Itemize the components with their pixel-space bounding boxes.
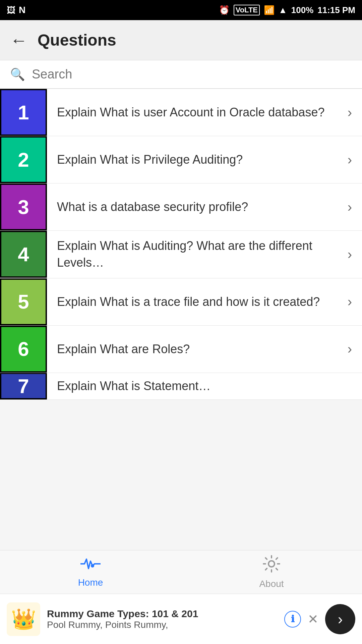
chevron-right-icon: ›: [348, 341, 362, 357]
svg-point-0: [91, 564, 94, 568]
question-text: What is a database security profile?: [47, 192, 348, 222]
question-text: Explain What is a trace file and how is …: [47, 287, 348, 317]
search-input[interactable]: [32, 67, 352, 82]
ad-line2: Pool Rummy, Points Rummy,: [47, 620, 278, 630]
volte-label: VoLTE: [234, 5, 260, 15]
page-title: Questions: [38, 31, 116, 49]
question-number-box: 3: [0, 183, 47, 230]
time-label: 11:15 PM: [317, 5, 355, 15]
signal-icon: ▲: [279, 5, 287, 15]
question-number-box: 2: [0, 136, 47, 183]
question-item[interactable]: 3What is a database security profile?›: [0, 183, 362, 231]
ad-close-button[interactable]: ✕: [308, 612, 318, 627]
app-bar: ← Questions: [0, 20, 362, 60]
question-number-box: 5: [0, 278, 47, 325]
gear-icon: [263, 555, 280, 576]
ad-next-button[interactable]: ›: [325, 604, 355, 634]
nav-home[interactable]: Home: [0, 556, 181, 588]
question-item[interactable]: 1Explain What is user Account in Oracle …: [0, 89, 362, 136]
ad-line1: Rummy Game Types: 101 & 201: [47, 608, 278, 620]
svg-point-1: [268, 561, 275, 567]
chevron-right-icon: ›: [348, 200, 362, 215]
home-pulse-icon: [80, 556, 101, 575]
alarm-icon: ⏰: [219, 5, 230, 15]
question-text: Explain What are Roles?: [47, 334, 348, 364]
ad-info-button[interactable]: ℹ: [284, 611, 301, 628]
ad-controls: ℹ ✕ ›: [284, 604, 355, 634]
about-label: About: [259, 579, 284, 589]
home-label: Home: [78, 577, 103, 588]
status-right-icons: ⏰ VoLTE 📶 ▲ 100% 11:15 PM: [219, 5, 355, 15]
notification-icon: N: [19, 5, 25, 15]
search-bar: 🔍: [0, 60, 362, 89]
chevron-right-icon: ›: [348, 105, 362, 120]
ad-banner: 👑 Rummy Game Types: 101 & 201 Pool Rummy…: [0, 594, 362, 644]
back-button[interactable]: ←: [10, 32, 27, 49]
status-left-icons: 🖼 N: [7, 5, 25, 15]
status-bar: 🖼 N ⏰ VoLTE 📶 ▲ 100% 11:15 PM: [0, 0, 362, 20]
question-number-box: 1: [0, 89, 47, 136]
wifi-icon: 📶: [264, 5, 275, 15]
ad-icon: 👑: [7, 602, 40, 636]
question-item[interactable]: 2Explain What is Privilege Auditing?›: [0, 136, 362, 183]
bottom-nav: Home About: [0, 550, 362, 594]
chevron-right-icon: ›: [348, 247, 362, 262]
chevron-right-icon: ›: [348, 294, 362, 309]
question-list: 1Explain What is user Account in Oracle …: [0, 89, 362, 400]
question-item[interactable]: 7Explain What is Statement…: [0, 373, 362, 400]
photo-icon: 🖼: [7, 5, 15, 15]
battery-label: 100%: [291, 5, 314, 15]
nav-about[interactable]: About: [181, 555, 362, 589]
question-text: Explain What is user Account in Oracle d…: [47, 97, 348, 127]
question-text: Explain What is Statement…: [47, 374, 362, 398]
question-number-box: 6: [0, 326, 47, 373]
search-icon: 🔍: [10, 67, 25, 82]
question-item[interactable]: 6Explain What are Roles?›: [0, 326, 362, 373]
chevron-right-icon: ›: [348, 152, 362, 167]
question-text: Explain What is Privilege Auditing?: [47, 145, 348, 175]
question-number-box: 4: [0, 231, 47, 278]
question-text: Explain What is Auditing? What are the d…: [47, 231, 348, 278]
question-number-box: 7: [0, 373, 47, 400]
ad-text: Rummy Game Types: 101 & 201 Pool Rummy, …: [47, 608, 278, 630]
question-item[interactable]: 5Explain What is a trace file and how is…: [0, 278, 362, 326]
question-item[interactable]: 4Explain What is Auditing? What are the …: [0, 231, 362, 278]
